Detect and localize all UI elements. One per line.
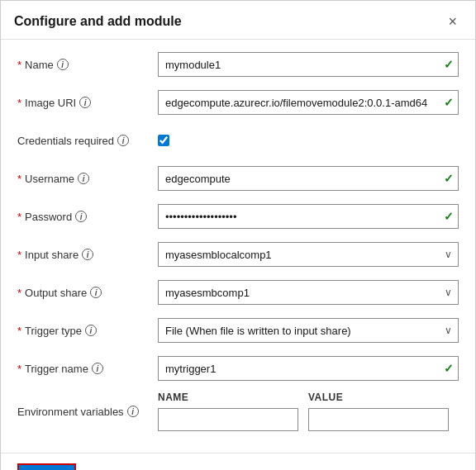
name-label-text: Name <box>25 59 54 71</box>
configure-module-dialog: Configure and add module × * Name i ✓ * … <box>0 0 476 470</box>
output-share-required: * <box>17 287 21 299</box>
input-share-required: * <box>17 249 21 261</box>
trigger-name-required: * <box>17 363 21 375</box>
input-share-label-text: Input share <box>25 249 79 261</box>
username-control: ✓ <box>158 166 459 191</box>
trigger-name-input[interactable] <box>158 356 459 381</box>
username-row: * Username i ✓ <box>17 164 459 193</box>
credentials-label-text: Credentials required <box>17 135 114 147</box>
input-share-select[interactable]: myasesmblocalcomp1 <box>158 242 459 267</box>
credentials-info-icon: i <box>117 135 129 146</box>
input-share-label: * Input share i <box>17 249 158 261</box>
image-uri-label: * Image URI i <box>17 97 158 109</box>
password-required: * <box>17 211 21 223</box>
name-label: * Name i <box>17 59 158 71</box>
trigger-name-label-text: Trigger name <box>25 363 88 375</box>
username-info-icon: i <box>78 173 89 184</box>
input-share-row: * Input share i myasesmblocalcomp1 ∨ <box>17 240 459 269</box>
image-uri-required: * <box>17 97 21 109</box>
env-value-header: VALUE <box>308 392 449 403</box>
name-row: * Name i ✓ <box>17 50 459 79</box>
password-row: * Password i ✓ <box>17 202 459 231</box>
dialog-body: * Name i ✓ * Image URI i ✓ Cre <box>1 40 475 453</box>
output-share-dropdown-wrap: myasesmbcomp1 ∨ <box>158 280 459 305</box>
output-share-label-text: Output share <box>25 287 87 299</box>
password-input[interactable] <box>158 204 459 229</box>
name-info-icon: i <box>57 59 69 70</box>
env-vars-label: Environment variables i <box>17 406 158 418</box>
trigger-type-info-icon: i <box>85 325 97 336</box>
image-uri-info-icon: i <box>79 97 91 108</box>
trigger-type-label: * Trigger type i <box>17 325 158 337</box>
dialog-footer: Add <box>1 453 475 470</box>
output-share-label: * Output share i <box>17 287 158 299</box>
username-label-text: Username <box>25 173 74 185</box>
add-button[interactable]: Add <box>17 463 76 470</box>
output-share-row: * Output share i myasesmbcomp1 ∨ <box>17 278 459 307</box>
password-label-text: Password <box>25 211 72 223</box>
password-control: ✓ <box>158 204 459 229</box>
env-name-input[interactable] <box>158 408 298 431</box>
password-check-icon: ✓ <box>444 210 454 223</box>
env-vars-info-icon: i <box>127 406 139 417</box>
env-vars-label-text: Environment variables <box>17 406 124 418</box>
username-required: * <box>17 173 21 185</box>
credentials-label: Credentials required i <box>17 135 158 147</box>
input-share-control: myasesmblocalcomp1 ∨ <box>158 242 459 267</box>
trigger-name-row: * Trigger name i ✓ <box>17 354 459 383</box>
trigger-type-row: * Trigger type i File (When file is writ… <box>17 316 459 345</box>
output-share-select[interactable]: myasesmbcomp1 <box>158 280 459 305</box>
name-required: * <box>17 59 21 71</box>
name-input[interactable] <box>158 52 459 77</box>
image-uri-row: * Image URI i ✓ <box>17 88 459 117</box>
env-value-input[interactable] <box>308 408 449 431</box>
image-uri-input[interactable] <box>158 90 459 115</box>
trigger-name-control: ✓ <box>158 356 459 381</box>
credentials-row: Credentials required i <box>17 126 459 155</box>
env-headers: NAME VALUE <box>158 392 459 403</box>
credentials-checkbox[interactable] <box>158 135 169 146</box>
input-share-dropdown-wrap: myasesmblocalcomp1 ∨ <box>158 242 459 267</box>
name-check-icon: ✓ <box>444 58 454 71</box>
image-uri-label-text: Image URI <box>25 97 76 109</box>
image-uri-check-icon: ✓ <box>444 96 454 109</box>
dialog-header: Configure and add module × <box>1 1 475 40</box>
trigger-type-required: * <box>17 325 21 337</box>
env-vars-row: Environment variables i NAME VALUE <box>17 392 459 431</box>
username-label: * Username i <box>17 173 158 185</box>
trigger-type-control: File (When file is written to input shar… <box>158 318 459 343</box>
trigger-type-dropdown-wrap: File (When file is written to input shar… <box>158 318 459 343</box>
trigger-type-select[interactable]: File (When file is written to input shar… <box>158 318 459 343</box>
trigger-name-info-icon: i <box>92 363 103 374</box>
close-button[interactable]: × <box>443 12 462 31</box>
password-label: * Password i <box>17 211 158 223</box>
input-share-info-icon: i <box>82 249 93 260</box>
name-control: ✓ <box>158 52 459 77</box>
output-share-info-icon: i <box>90 287 102 298</box>
password-info-icon: i <box>75 211 87 222</box>
trigger-type-label-text: Trigger type <box>25 325 82 337</box>
env-inputs <box>158 408 459 431</box>
credentials-control <box>158 135 459 146</box>
trigger-name-label: * Trigger name i <box>17 363 158 375</box>
output-share-control: myasesmbcomp1 ∨ <box>158 280 459 305</box>
env-name-header: NAME <box>158 392 298 403</box>
username-check-icon: ✓ <box>444 172 454 185</box>
image-uri-control: ✓ <box>158 90 459 115</box>
username-input[interactable] <box>158 166 459 191</box>
trigger-name-check-icon: ✓ <box>444 362 454 375</box>
dialog-title: Configure and add module <box>14 14 182 29</box>
